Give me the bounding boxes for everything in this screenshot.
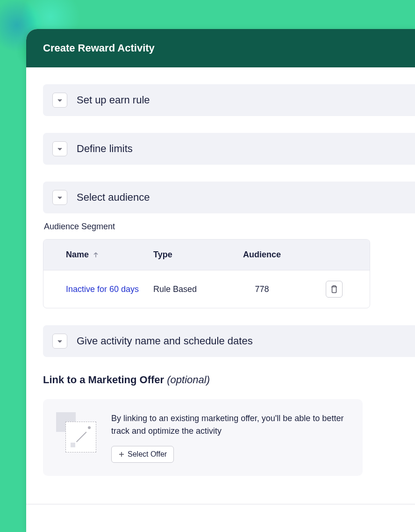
plus-icon: [118, 451, 125, 458]
heading-text: Link to a Marketing Offer: [43, 374, 167, 386]
segment-audience-count: 778: [255, 284, 269, 294]
divider: [26, 504, 415, 504]
chevron-down-icon[interactable]: [52, 93, 67, 108]
page-title: Create Reward Activity: [43, 42, 155, 54]
chevron-down-icon[interactable]: [52, 334, 67, 349]
audience-segment-label: Audience Segment: [43, 222, 415, 232]
accordion-label: Set up earn rule: [77, 94, 150, 106]
marketing-offer-card: By linking to an existing marketing offe…: [43, 399, 363, 476]
accordion-earn-rule[interactable]: Set up earn rule: [43, 84, 415, 116]
segment-type: Rule Based: [153, 284, 197, 294]
accordion-label: Select audience: [77, 191, 150, 204]
select-offer-button[interactable]: Select Offer: [111, 446, 174, 463]
header-bar: Create Reward Activity: [26, 29, 415, 67]
content-area: Set up earn rule Define limits Select au…: [26, 67, 415, 504]
chevron-down-icon[interactable]: [52, 190, 67, 205]
accordion-define-limits[interactable]: Define limits: [43, 133, 415, 165]
table-header: Name Type Audience: [43, 240, 370, 270]
column-header-name[interactable]: Name: [66, 250, 89, 260]
accordion-label: Give activity name and schedule dates: [77, 335, 253, 347]
sort-up-icon: [93, 252, 99, 258]
marketing-offer-heading: Link to a Marketing Offer (optional): [43, 374, 415, 386]
accordion-activity-name[interactable]: Give activity name and schedule dates: [43, 325, 415, 357]
chevron-down-icon[interactable]: [52, 141, 67, 156]
column-header-type[interactable]: Type: [153, 250, 172, 259]
trash-icon: [330, 285, 338, 293]
optional-label: (optional): [167, 374, 210, 386]
delete-button[interactable]: [326, 281, 343, 298]
button-label: Select Offer: [128, 450, 167, 459]
audience-table: Name Type Audience Inactive for 60 days …: [43, 239, 370, 308]
app-window: Create Reward Activity Set up earn rule …: [26, 29, 415, 532]
column-header-audience[interactable]: Audience: [243, 250, 281, 259]
accordion-select-audience[interactable]: Select audience: [43, 182, 415, 213]
table-row: Inactive for 60 days Rule Based 778: [43, 270, 370, 308]
offer-description: By linking to an existing marketing offe…: [111, 412, 346, 437]
segment-name-link[interactable]: Inactive for 60 days: [66, 284, 139, 294]
offer-placeholder-icon: [56, 412, 98, 454]
accordion-label: Define limits: [77, 143, 133, 155]
